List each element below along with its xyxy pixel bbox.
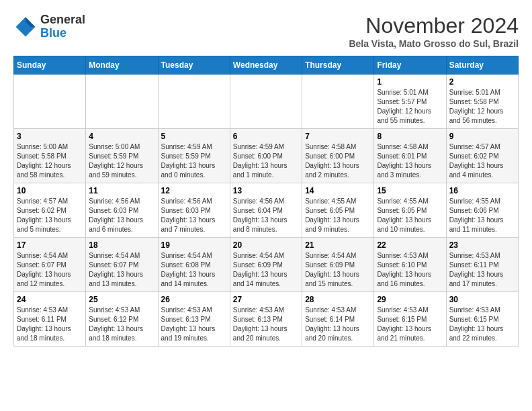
day-info: Sunrise: 4:53 AMSunset: 6:13 PMDaylight:… <box>233 306 299 343</box>
day-number: 15 <box>377 186 443 195</box>
calendar-cell-30: 30Sunrise: 4:53 AMSunset: 6:15 PMDayligh… <box>446 292 518 347</box>
calendar-cell-20: 20Sunrise: 4:54 AMSunset: 6:09 PMDayligh… <box>230 238 302 292</box>
calendar-cell-1: 1Sunrise: 5:01 AMSunset: 5:57 PMDaylight… <box>374 75 446 129</box>
calendar-cell-12: 12Sunrise: 4:56 AMSunset: 6:03 PMDayligh… <box>158 183 230 238</box>
day-info: Sunrise: 4:55 AMSunset: 6:05 PMDaylight:… <box>305 197 371 234</box>
col-header-monday: Monday <box>86 56 158 75</box>
logo-blue: Blue <box>40 27 85 40</box>
day-info: Sunrise: 4:53 AMSunset: 6:15 PMDaylight:… <box>449 306 515 343</box>
day-info: Sunrise: 4:53 AMSunset: 6:10 PMDaylight:… <box>377 251 443 289</box>
day-number: 26 <box>161 295 227 304</box>
calendar-cell-5: 5Sunrise: 4:59 AMSunset: 5:59 PMDaylight… <box>158 129 230 183</box>
day-number: 18 <box>89 240 154 250</box>
calendar-week-2: 3Sunrise: 5:00 AMSunset: 5:58 PMDaylight… <box>14 129 519 183</box>
day-info: Sunrise: 4:53 AMSunset: 6:14 PMDaylight:… <box>305 306 371 343</box>
day-info: Sunrise: 5:00 AMSunset: 5:58 PMDaylight:… <box>17 142 83 180</box>
calendar-cell-21: 21Sunrise: 4:54 AMSunset: 6:09 PMDayligh… <box>302 238 374 292</box>
day-number: 20 <box>233 240 299 250</box>
calendar-cell-18: 18Sunrise: 4:54 AMSunset: 6:07 PMDayligh… <box>86 238 158 292</box>
calendar-cell-empty <box>14 75 86 129</box>
calendar-cell-6: 6Sunrise: 4:59 AMSunset: 6:00 PMDaylight… <box>230 129 302 183</box>
day-number: 12 <box>161 186 227 195</box>
day-number: 13 <box>233 186 299 195</box>
calendar-cell-9: 9Sunrise: 4:57 AMSunset: 6:02 PMDaylight… <box>446 129 518 183</box>
calendar-cell-11: 11Sunrise: 4:56 AMSunset: 6:03 PMDayligh… <box>86 183 158 238</box>
calendar-cell-2: 2Sunrise: 5:01 AMSunset: 5:58 PMDaylight… <box>446 75 518 129</box>
col-header-tuesday: Tuesday <box>158 56 230 75</box>
col-header-saturday: Saturday <box>446 56 518 75</box>
day-number: 16 <box>449 186 515 195</box>
day-number: 30 <box>449 295 515 304</box>
day-number: 7 <box>305 132 371 141</box>
calendar-cell-8: 8Sunrise: 4:58 AMSunset: 6:01 PMDaylight… <box>374 129 446 183</box>
calendar-cell-17: 17Sunrise: 4:54 AMSunset: 6:07 PMDayligh… <box>14 238 86 292</box>
day-info: Sunrise: 4:53 AMSunset: 6:11 PMDaylight:… <box>17 306 83 343</box>
day-number: 29 <box>377 295 443 304</box>
day-info: Sunrise: 4:55 AMSunset: 6:05 PMDaylight:… <box>377 197 443 234</box>
calendar-cell-empty <box>86 75 158 129</box>
calendar-week-5: 24Sunrise: 4:53 AMSunset: 6:11 PMDayligh… <box>14 292 519 347</box>
day-info: Sunrise: 5:00 AMSunset: 5:59 PMDaylight:… <box>89 142 154 180</box>
day-info: Sunrise: 4:54 AMSunset: 6:09 PMDaylight:… <box>233 251 299 289</box>
day-info: Sunrise: 5:01 AMSunset: 5:57 PMDaylight:… <box>377 88 443 126</box>
logo: General Blue <box>13 13 85 40</box>
day-info: Sunrise: 4:57 AMSunset: 6:02 PMDaylight:… <box>449 142 515 180</box>
calendar-cell-empty <box>158 75 230 129</box>
day-info: Sunrise: 4:59 AMSunset: 6:00 PMDaylight:… <box>233 142 299 180</box>
day-number: 19 <box>161 240 227 250</box>
day-info: Sunrise: 4:56 AMSunset: 6:03 PMDaylight:… <box>161 197 227 234</box>
calendar-cell-empty <box>302 75 374 129</box>
day-info: Sunrise: 4:58 AMSunset: 6:00 PMDaylight:… <box>305 142 371 180</box>
calendar-cell-25: 25Sunrise: 4:53 AMSunset: 6:12 PMDayligh… <box>86 292 158 347</box>
calendar-cell-28: 28Sunrise: 4:53 AMSunset: 6:14 PMDayligh… <box>302 292 374 347</box>
day-info: Sunrise: 4:56 AMSunset: 6:03 PMDaylight:… <box>89 197 154 234</box>
day-info: Sunrise: 4:53 AMSunset: 6:15 PMDaylight:… <box>377 306 443 343</box>
col-header-thursday: Thursday <box>302 56 374 75</box>
col-header-sunday: Sunday <box>14 56 86 75</box>
day-number: 3 <box>17 132 83 141</box>
calendar-cell-24: 24Sunrise: 4:53 AMSunset: 6:11 PMDayligh… <box>14 292 86 347</box>
logo-general: General <box>40 13 85 27</box>
day-info: Sunrise: 4:56 AMSunset: 6:04 PMDaylight:… <box>233 197 299 234</box>
day-info: Sunrise: 4:54 AMSunset: 6:07 PMDaylight:… <box>89 251 154 289</box>
month-title: November 2024 <box>349 13 519 38</box>
day-info: Sunrise: 4:55 AMSunset: 6:06 PMDaylight:… <box>449 197 515 234</box>
day-info: Sunrise: 4:54 AMSunset: 6:07 PMDaylight:… <box>17 251 83 289</box>
calendar-cell-16: 16Sunrise: 4:55 AMSunset: 6:06 PMDayligh… <box>446 183 518 238</box>
calendar-cell-22: 22Sunrise: 4:53 AMSunset: 6:10 PMDayligh… <box>374 238 446 292</box>
calendar-cell-19: 19Sunrise: 4:54 AMSunset: 6:08 PMDayligh… <box>158 238 230 292</box>
calendar-week-1: 1Sunrise: 5:01 AMSunset: 5:57 PMDaylight… <box>14 75 519 129</box>
calendar-table: SundayMondayTuesdayWednesdayThursdayFrid… <box>13 56 519 347</box>
col-header-friday: Friday <box>374 56 446 75</box>
title-block: November 2024 Bela Vista, Mato Grosso do… <box>349 13 519 49</box>
day-info: Sunrise: 4:59 AMSunset: 5:59 PMDaylight:… <box>161 142 227 180</box>
day-info: Sunrise: 4:58 AMSunset: 6:01 PMDaylight:… <box>377 142 443 180</box>
calendar-cell-7: 7Sunrise: 4:58 AMSunset: 6:00 PMDaylight… <box>302 129 374 183</box>
day-number: 28 <box>305 295 371 304</box>
calendar-cell-10: 10Sunrise: 4:57 AMSunset: 6:02 PMDayligh… <box>14 183 86 238</box>
day-info: Sunrise: 4:53 AMSunset: 6:12 PMDaylight:… <box>89 306 154 343</box>
calendar-week-4: 17Sunrise: 4:54 AMSunset: 6:07 PMDayligh… <box>14 238 519 292</box>
day-info: Sunrise: 4:53 AMSunset: 6:13 PMDaylight:… <box>161 306 227 343</box>
calendar-cell-23: 23Sunrise: 4:53 AMSunset: 6:11 PMDayligh… <box>446 238 518 292</box>
calendar-cell-26: 26Sunrise: 4:53 AMSunset: 6:13 PMDayligh… <box>158 292 230 347</box>
day-info: Sunrise: 4:57 AMSunset: 6:02 PMDaylight:… <box>17 197 83 234</box>
day-info: Sunrise: 5:01 AMSunset: 5:58 PMDaylight:… <box>449 88 515 126</box>
day-info: Sunrise: 4:54 AMSunset: 6:09 PMDaylight:… <box>305 251 371 289</box>
calendar-cell-13: 13Sunrise: 4:56 AMSunset: 6:04 PMDayligh… <box>230 183 302 238</box>
day-number: 10 <box>17 186 83 195</box>
calendar-cell-3: 3Sunrise: 5:00 AMSunset: 5:58 PMDaylight… <box>14 129 86 183</box>
calendar-header-row: SundayMondayTuesdayWednesdayThursdayFrid… <box>14 56 519 75</box>
day-number: 9 <box>449 132 515 141</box>
location: Bela Vista, Mato Grosso do Sul, Brazil <box>349 38 519 49</box>
day-number: 23 <box>449 240 515 250</box>
day-number: 1 <box>377 77 443 87</box>
calendar-cell-4: 4Sunrise: 5:00 AMSunset: 5:59 PMDaylight… <box>86 129 158 183</box>
day-number: 4 <box>89 132 154 141</box>
day-number: 14 <box>305 186 371 195</box>
day-number: 25 <box>89 295 154 304</box>
day-number: 24 <box>17 295 83 304</box>
day-number: 21 <box>305 240 371 250</box>
page-header: General Blue November 2024 Bela Vista, M… <box>13 13 519 49</box>
day-number: 8 <box>377 132 443 141</box>
